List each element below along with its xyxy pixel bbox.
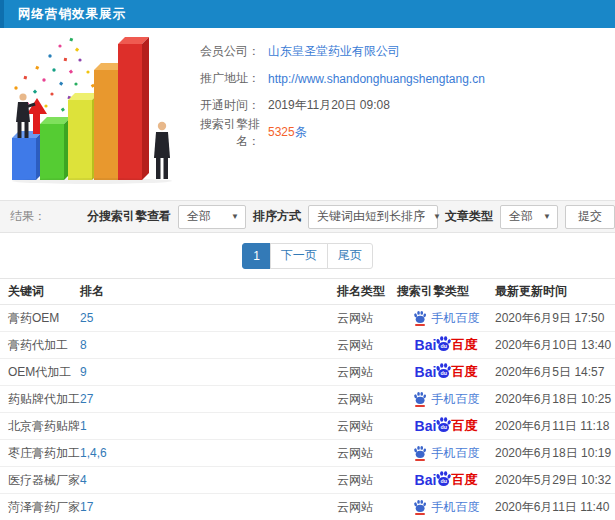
svg-text:du: du bbox=[441, 370, 447, 376]
mobile-baidu-paw-icon bbox=[413, 391, 427, 407]
businessman-right bbox=[154, 122, 170, 179]
table-row: 膏药OEM 25 云网站 手机百度 2020年6月9日 17:50 bbox=[0, 305, 615, 332]
keyword-cell: OEM代加工 bbox=[0, 359, 80, 386]
rank-type-cell: 云网站 bbox=[337, 494, 397, 520]
mobile-baidu-label: 手机百度 bbox=[432, 445, 480, 462]
ranking-count-label: 搜索引擎排名： bbox=[178, 116, 260, 150]
mobile-baidu-logo: 手机百度 bbox=[413, 391, 480, 408]
chevron-down-icon: ▼ bbox=[535, 212, 551, 221]
baidu-bai-text: Bai bbox=[415, 472, 437, 488]
svg-text:du: du bbox=[441, 424, 447, 430]
pagination-wrap: 1 下一页 尾页 bbox=[0, 233, 615, 278]
baidu-paw-icon: du bbox=[435, 470, 452, 487]
updated-cell: 2020年6月10日 13:40 bbox=[495, 332, 615, 359]
chevron-down-icon: ▼ bbox=[223, 212, 239, 221]
filter-bar: 结果： 分搜索引擎查看 全部 ▼ 排序方式 关键词由短到长排序 ▼ 文章类型 全… bbox=[0, 200, 615, 233]
company-link[interactable]: 山东皇圣堂药业有限公司 bbox=[268, 43, 400, 60]
keyword-cell: 菏泽膏药厂家 bbox=[0, 494, 80, 520]
rank-type-cell: 云网站 bbox=[337, 359, 397, 386]
engine-cell: 手机百度 bbox=[397, 386, 495, 413]
open-time-label: 开通时间： bbox=[178, 97, 260, 114]
last-page-button[interactable]: 尾页 bbox=[327, 243, 373, 269]
baidu-pc-logo: Bai du 百度 bbox=[415, 362, 478, 383]
ranking-count-value: 5325条 bbox=[268, 124, 307, 141]
article-type-value: 全部 bbox=[509, 208, 533, 225]
mobile-baidu-logo: 手机百度 bbox=[413, 310, 480, 327]
baidu-bai-text: Bai bbox=[415, 418, 437, 434]
keyword-rank-table: 关键词 排名 排名类型 搜索引擎类型 最新更新时间 膏药OEM 25 云网站 手… bbox=[0, 278, 615, 520]
table-row: 菏泽膏药厂家 17 云网站 手机百度 2020年6月11日 11:40 bbox=[0, 494, 615, 520]
rank-link[interactable]: 9 bbox=[80, 365, 87, 379]
table-row: 枣庄膏药加工 1,4,6 云网站 手机百度 2020年6月18日 10:19 bbox=[0, 440, 615, 467]
rank-link[interactable]: 1 bbox=[80, 419, 87, 433]
mobile-baidu-logo: 手机百度 bbox=[413, 445, 480, 462]
open-time-value: 2019年11月20日 09:08 bbox=[268, 97, 390, 114]
rank-link[interactable]: 17 bbox=[80, 500, 93, 514]
pagination: 1 下一页 尾页 bbox=[242, 243, 373, 269]
ranking-count-unit: 条 bbox=[295, 125, 307, 139]
rank-link[interactable]: 27 bbox=[80, 392, 93, 406]
updated-cell: 2020年6月11日 11:40 bbox=[495, 494, 615, 520]
keyword-cell: 北京膏药贴牌 bbox=[0, 413, 80, 440]
table-row: 药贴牌代加工 27 云网站 手机百度 2020年6月18日 10:25 bbox=[0, 386, 615, 413]
mobile-baidu-label: 手机百度 bbox=[432, 499, 480, 516]
baidu-bai-text: Bai bbox=[415, 364, 437, 380]
mobile-baidu-paw-icon bbox=[413, 445, 427, 461]
baidu-paw-icon: du bbox=[435, 335, 452, 352]
rank-type-cell: 云网站 bbox=[337, 386, 397, 413]
submit-button[interactable]: 提交 bbox=[565, 205, 615, 229]
bar-red bbox=[118, 37, 149, 180]
mobile-baidu-label: 手机百度 bbox=[432, 391, 480, 408]
header-updated: 最新更新时间 bbox=[495, 279, 615, 305]
mobile-baidu-label: 手机百度 bbox=[432, 310, 480, 327]
keyword-cell: 膏药代加工 bbox=[0, 332, 80, 359]
sort-filter-value: 关键词由短到长排序 bbox=[317, 208, 425, 225]
table-row: 膏药代加工 8 云网站 Bai du 百度 2020年6月10日 13:40 bbox=[0, 332, 615, 359]
engine-filter-label: 分搜索引擎查看 bbox=[87, 208, 171, 225]
keyword-cell: 药贴牌代加工 bbox=[0, 386, 80, 413]
baidu-pc-logo: Bai du 百度 bbox=[415, 335, 478, 356]
baidu-pc-logo: Bai du 百度 bbox=[415, 416, 478, 437]
engine-filter-select[interactable]: 全部 ▼ bbox=[178, 205, 246, 229]
mobile-baidu-paw-icon bbox=[413, 499, 427, 515]
next-page-button[interactable]: 下一页 bbox=[270, 243, 328, 269]
header-keyword: 关键词 bbox=[0, 279, 80, 305]
ranking-count-number: 5325 bbox=[268, 125, 295, 139]
engine-cell: Bai du 百度 bbox=[397, 332, 495, 359]
rank-type-cell: 云网站 bbox=[337, 305, 397, 332]
header-engine-type: 搜索引擎类型 bbox=[397, 279, 495, 305]
company-info-list: 会员公司： 山东皇圣堂药业有限公司 推广地址： http://www.shand… bbox=[178, 38, 615, 146]
engine-cell: 手机百度 bbox=[397, 494, 495, 520]
article-type-label: 文章类型 bbox=[445, 208, 493, 225]
updated-cell: 2020年6月11日 11:18 bbox=[495, 413, 615, 440]
growth-chart-illustration bbox=[2, 32, 182, 184]
url-label: 推广地址： bbox=[178, 70, 260, 87]
header-rank: 排名 bbox=[80, 279, 337, 305]
updated-cell: 2020年5月29日 10:32 bbox=[495, 467, 615, 494]
svg-text:du: du bbox=[441, 343, 447, 349]
rank-link[interactable]: 8 bbox=[80, 338, 87, 352]
engine-cell: Bai du 百度 bbox=[397, 359, 495, 386]
rank-link[interactable]: 1,4,6 bbox=[80, 446, 107, 460]
baidu-paw-icon: du bbox=[435, 362, 452, 379]
sort-filter-select[interactable]: 关键词由短到长排序 ▼ bbox=[308, 205, 438, 229]
svg-text:du: du bbox=[441, 478, 447, 484]
article-type-select[interactable]: 全部 ▼ bbox=[500, 205, 558, 229]
rank-type-cell: 云网站 bbox=[337, 413, 397, 440]
table-header-row: 关键词 排名 排名类型 搜索引擎类型 最新更新时间 bbox=[0, 279, 615, 305]
rank-link[interactable]: 25 bbox=[80, 311, 93, 325]
baidu-bai-text: Bai bbox=[415, 337, 437, 353]
result-label: 结果： bbox=[10, 208, 46, 225]
baidu-cn-text: 百度 bbox=[451, 363, 477, 381]
table-row: 医疗器械厂家 4 云网站 Bai du 百度 2020年5月29日 10:32 bbox=[0, 467, 615, 494]
baidu-cn-text: 百度 bbox=[451, 471, 477, 489]
promotion-url-link[interactable]: http://www.shandonghuangshengtang.cn bbox=[268, 72, 485, 86]
company-info-section: 会员公司： 山东皇圣堂药业有限公司 推广地址： http://www.shand… bbox=[0, 28, 615, 200]
info-row-ranking-count: 搜索引擎排名： 5325条 bbox=[178, 119, 615, 146]
company-label: 会员公司： bbox=[178, 43, 260, 60]
baidu-pc-logo: Bai du 百度 bbox=[415, 470, 478, 491]
rank-link[interactable]: 4 bbox=[80, 473, 87, 487]
page-header: 网络营销效果展示 bbox=[0, 0, 615, 28]
page-1-button[interactable]: 1 bbox=[242, 243, 271, 269]
rank-type-cell: 云网站 bbox=[337, 332, 397, 359]
